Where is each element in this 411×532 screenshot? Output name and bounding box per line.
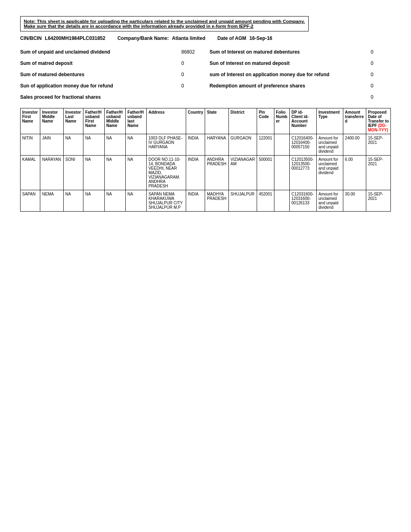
th-investor-middle: Investor Middle Name: [40, 108, 64, 134]
table-cell-10: 500001: [257, 156, 274, 190]
summary-grid: Sum of unpaid and unclaimed dividend 868…: [20, 49, 391, 100]
note-section: Note: This sheet is applicable for uploa…: [20, 16, 309, 31]
company-label: Company/Bank Name:: [117, 35, 168, 41]
table-cell-1: NEMA: [40, 190, 64, 212]
th-investor-last: Investor Last Name: [64, 108, 83, 134]
summary-right-label-2: sum of Interest on application money due…: [210, 72, 367, 77]
table-cell-10: 122001: [257, 134, 274, 156]
summary-left-value-0: 86802: [177, 49, 201, 55]
summary-left-value-2: 0: [177, 72, 201, 77]
table-cell-5: NA: [126, 190, 147, 212]
table-cell-3: NA: [83, 190, 104, 212]
table-cell-13: Amount for unclaimed and unpaid dividend: [317, 134, 343, 156]
note-line2: Make sure that the details are in accord…: [24, 24, 305, 29]
table-row: NITINJAINNANANANA1003 DLF PHASE-IV GURGA…: [21, 134, 391, 156]
table-cell-3: NA: [83, 156, 104, 190]
th-district: District: [229, 108, 257, 134]
table-cell-4: NA: [104, 190, 126, 212]
th-address: Address: [147, 108, 186, 134]
th-inv-type: Investment Type: [317, 108, 343, 134]
summary-row-3: Sun of application money due for refund …: [20, 83, 391, 89]
summary-left-value-3: 0: [177, 83, 201, 89]
company-value: Atlanta limited: [172, 35, 206, 41]
th-folio: Folio Numb er: [274, 108, 289, 134]
table-cell-12: C12013500-12013500-00012773: [290, 156, 317, 190]
agm-value: 16-Sep-16: [249, 35, 272, 41]
table-cell-12: C12031600-12031600-00126133: [290, 190, 317, 212]
th-country: Country: [186, 108, 205, 134]
table-cell-6: 1003 DLF PHASE-IV GURGAON HARYANA: [147, 134, 186, 156]
table-row: KAMALNARAYANSONINANANADOOR NO.11-10-14, …: [21, 156, 391, 190]
summary-row-2: Sum of matured debentures 0 sum of Inter…: [20, 72, 391, 77]
table-cell-8: HARYANA: [205, 134, 229, 156]
table-cell-3: NA: [83, 134, 104, 156]
summary-left-label-2: Sum of matured debentures: [20, 72, 177, 77]
table-cell-13: Amount for unclaimed and unpaid dividend: [317, 156, 343, 190]
summary-right-label-3: Redemption amount of preference shares: [210, 83, 367, 89]
table-cell-9: SHUJALPUR: [229, 190, 257, 212]
table-cell-2: NA: [64, 190, 83, 212]
summary-row-0: Sum of unpaid and unclaimed dividend 868…: [20, 49, 391, 55]
cin-value: L64200MH1984PLC031852: [45, 35, 105, 41]
table-cell-1: NARAYAN: [40, 156, 64, 190]
th-investor-first: Investor First Name: [21, 108, 40, 134]
table-cell-0: SAPAN: [21, 190, 40, 212]
th-father-last: Father/H usband last Name: [126, 108, 147, 134]
table-cell-9: GURGAON: [229, 134, 257, 156]
summary-left-value-1: 0: [177, 60, 201, 66]
table-cell-14: 2400.00: [343, 134, 366, 156]
summary-row-4: Sales proceed for fractional shares 0: [20, 94, 391, 100]
table-cell-2: NA: [64, 134, 83, 156]
cin-label: CIN/BCIN: [20, 35, 42, 41]
th-pin: Pin Code: [257, 108, 274, 134]
table-header-row: Investor First Name Investor Middle Name…: [21, 108, 391, 134]
th-transfer-date: Proposed Date of Transfer to IEPF (DD-MO…: [366, 108, 391, 134]
table-row: SAPANNEMANANANANASAPAN NEMA KHARAKUWA SH…: [21, 190, 391, 212]
table-cell-13: Amount for unclaimed and unpaid dividend: [317, 190, 343, 212]
table-cell-15: 15-SEP-2021: [366, 156, 391, 190]
table-cell-6: DOOR NO.11-10-14, BONDADA VEEDHI, NEAR M…: [147, 156, 186, 190]
summary-left-label-4: Sales proceed for fractional shares: [20, 94, 367, 100]
table-cell-10: 452001: [257, 190, 274, 212]
table-cell-11: [274, 190, 289, 212]
table-cell-11: [274, 156, 289, 190]
main-table: Investor First Name Investor Middle Name…: [20, 108, 391, 212]
table-cell-0: KAMAL: [21, 156, 40, 190]
th-state: State: [205, 108, 229, 134]
summary-right-value-2: 0: [367, 72, 391, 77]
summary-right-value-1: 0: [367, 60, 391, 66]
summary-right-label-0: Sum of Interest on matured debentures: [210, 49, 367, 55]
table-cell-4: NA: [104, 156, 126, 190]
table-cell-8: MADHYA PRADESH: [205, 190, 229, 212]
summary-left-label-3: Sun of application money due for refund: [20, 83, 177, 89]
th-amount: Amount transferre d: [343, 108, 366, 134]
table-cell-11: [274, 134, 289, 156]
table-cell-1: JAIN: [40, 134, 64, 156]
th-father-first: Father/H usband First Name: [83, 108, 104, 134]
table-cell-7: INDIA: [186, 190, 205, 212]
note-line1: Note: This sheet is applicable for uploa…: [24, 19, 305, 24]
table-cell-15: 15-SEP-2021: [366, 190, 391, 212]
table-cell-9: VIZIANAGAR AM: [229, 156, 257, 190]
summary-left-label-1: Sum of matred deposit: [20, 60, 177, 66]
agm-label: Date of AGM: [218, 35, 247, 41]
table-cell-5: NA: [126, 156, 147, 190]
table-cell-2: SONI: [64, 156, 83, 190]
table-cell-4: NA: [104, 134, 126, 156]
th-dp-id: DP id- Client id- Account Number: [290, 108, 317, 134]
table-cell-5: NA: [126, 134, 147, 156]
summary-left-label-0: Sum of unpaid and unclaimed dividend: [20, 49, 177, 55]
table-cell-12: C12016400-12016400-00057150: [290, 134, 317, 156]
meta-row: CIN/BCIN L64200MH1984PLC031852 Company/B…: [20, 35, 391, 41]
table-cell-14: 30.00: [343, 190, 366, 212]
table-cell-7: INDIA: [186, 134, 205, 156]
summary-right-value-3: 0: [367, 83, 391, 89]
table-cell-0: NITIN: [21, 134, 40, 156]
summary-right-value-0: 0: [367, 49, 391, 55]
table-cell-14: 6.00: [343, 156, 366, 190]
summary-right-label-1: Sun of interest on matured deposit: [210, 60, 367, 66]
table-cell-6: SAPAN NEMA KHARAKUWA SHUJALPUR CITY SHUJ…: [147, 190, 186, 212]
table-cell-7: INDIA: [186, 156, 205, 190]
th-father-middle: Father/H usband Middle Name: [104, 108, 126, 134]
summary-left-value-4: 0: [367, 94, 391, 100]
